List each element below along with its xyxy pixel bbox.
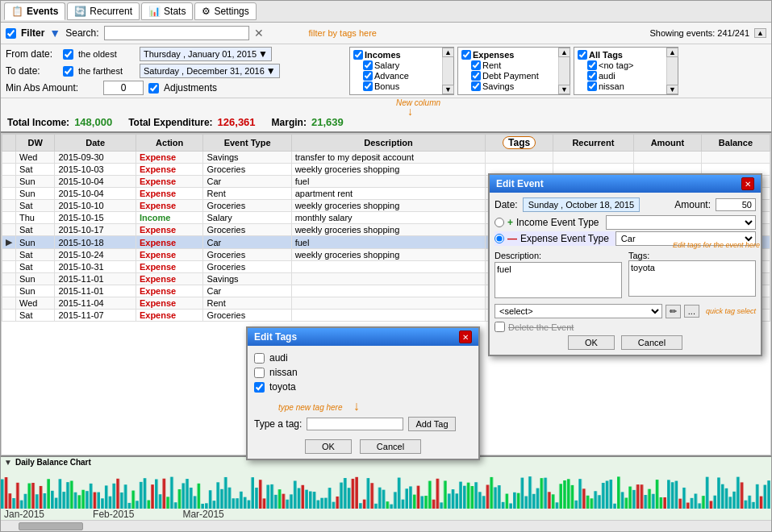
row-date: 2015-10-10 [55,200,136,212]
to-farthest-label: the farthest [78,66,135,76]
all-tags-checkbox[interactable] [578,50,587,60]
to-date-picker[interactable]: Saturday , December 31, 2016 ▼ [140,64,280,78]
to-date-value: Saturday , December 31, 2016 [144,66,265,76]
expenses-checkbox[interactable] [461,50,471,60]
no-tag-label: <no tag> [599,60,633,70]
row-event-type: Rent [203,297,291,310]
desc-input[interactable]: fuel [494,262,622,298]
row-event-type: Car [203,236,291,249]
expense-radio[interactable] [494,234,504,243]
nissan-tag-check[interactable] [254,368,265,378]
rent-checkbox[interactable] [471,60,481,70]
amount-input[interactable] [716,198,756,211]
more-options-button[interactable]: ... [684,305,699,318]
row-arrow [2,310,16,322]
debt-payment-row: Debt Payment [461,71,555,81]
tag-quick-select[interactable]: <select> [494,304,662,318]
tab-recurrent[interactable]: 🔄 Recurrent [67,2,140,20]
expense-radio-label: Expense Event Type [520,233,609,244]
edit-tags-annotation: Edit tags for the event here [673,241,760,250]
to-date-row: To date: the farthest Saturday , Decembe… [6,64,343,78]
row-desc [291,273,486,285]
total-expenditure: Total Expenditure: 126,361 [128,116,255,128]
income-type-select[interactable] [606,215,756,230]
audi-tag-item-label: audi [269,352,288,364]
row-dw: Sun [16,176,55,188]
min-abs-input[interactable] [103,81,144,95]
audi-tag-row: audi [578,71,663,81]
debt-payment-checkbox[interactable] [471,71,481,81]
showing-events: Showing events: 241/241 [650,28,750,38]
row-event-type: Groceries [203,224,291,236]
add-tag-button[interactable]: Add Tag [408,417,455,431]
horizontal-scrollbar[interactable] [1,520,771,531]
row-date: 2015-10-04 [55,188,136,200]
main-window: 📋 Events 🔄 Recurrent 📊 Stats ⚙ Settings … [0,0,772,532]
delete-checkbox[interactable] [494,322,505,332]
search-input[interactable] [104,26,249,40]
tab-recurrent-label: Recurrent [90,6,132,17]
edit-tags-close-button[interactable]: ✕ [459,330,472,343]
new-tag-input[interactable] [307,418,403,430]
clear-search-button[interactable]: ✕ [254,27,264,39]
salary-label: Salary [374,60,399,70]
recurrent-icon: 🔄 [74,6,86,17]
type-tag-arrow: ↓ [353,399,360,413]
filter-checkbox[interactable] [6,28,16,39]
tags-ok-button[interactable]: OK [305,439,352,454]
tags-input[interactable]: toyota [628,260,756,297]
row-arrow [2,176,16,188]
savings-checkbox[interactable] [471,81,481,91]
edit-event-cancel-button[interactable]: Cancel [621,335,682,350]
scroll-up-button[interactable]: ▲ [754,28,766,38]
incomes-checkbox[interactable] [353,50,363,60]
col-event-type: Event Type [203,135,291,152]
bonus-checkbox[interactable] [363,81,373,91]
edit-tag-button[interactable]: ✏ [666,305,681,318]
tab-bar: 📋 Events 🔄 Recurrent 📊 Stats ⚙ Settings [1,1,771,23]
expenses-filter-box: Expenses Rent Debt Payment Savings [457,47,570,95]
salary-checkbox[interactable] [363,60,373,70]
no-tag-checkbox[interactable] [587,60,597,70]
from-oldest-label: the oldest [78,49,135,59]
incomes-scroll-up[interactable]: ▲ [442,48,454,57]
date-filter-row: From date: the oldest Thursday , January… [1,44,771,98]
audi-tag-check[interactable] [254,353,265,364]
tags-header-label: Tags [503,136,536,149]
bonus-label: Bonus [374,81,399,91]
desc-column: Description: fuel [494,251,622,301]
edit-event-close-button[interactable]: ✕ [741,177,754,190]
tags-filter-scroll-up[interactable]: ▲ [666,48,678,57]
row-arrow [2,285,16,297]
row-dw: Sat [16,164,55,176]
edit-event-ok-button[interactable]: OK [568,335,615,350]
expenses-scroll-up[interactable]: ▲ [558,48,570,57]
toyota-tag-check[interactable] [254,382,265,393]
row-desc: weekly groceries shopping [291,200,486,212]
to-date-checkbox[interactable] [63,66,73,77]
expenses-scroll-down[interactable]: ▼ [558,85,570,94]
tab-stats[interactable]: 📊 Stats [141,2,193,20]
settings-icon: ⚙ [202,6,211,17]
audi-tag-checkbox[interactable] [587,71,597,81]
tags-filter-scroll-down[interactable]: ▼ [666,85,678,94]
type-tag-annotation: type new tag here [278,403,343,412]
adjustments-checkbox[interactable] [148,83,159,94]
row-date: 2015-09-30 [55,152,136,164]
table-row[interactable]: Wed 2015-09-30 Expense Savings transfer … [2,152,770,164]
from-date-checkbox[interactable] [63,49,73,60]
advance-checkbox[interactable] [363,71,373,81]
row-event-type: Groceries [203,200,291,212]
tab-events[interactable]: 📋 Events [4,2,65,20]
tags-filter-box: All Tags <no tag> audi nissan [574,47,678,95]
scroll-thumb[interactable] [19,522,83,530]
row-event-type: Car [203,176,291,188]
incomes-scroll-down[interactable]: ▼ [442,85,454,94]
income-radio[interactable] [494,218,504,227]
tab-settings[interactable]: ⚙ Settings [194,2,256,20]
no-tag-row: <no tag> [578,60,663,70]
from-date-picker[interactable]: Thursday , January 01, 2015 ▼ [140,47,272,61]
tags-cancel-button[interactable]: Cancel [360,439,421,454]
nissan-tag-checkbox[interactable] [587,81,597,91]
date-value[interactable]: Sunday , October 18, 2015 [523,197,640,212]
